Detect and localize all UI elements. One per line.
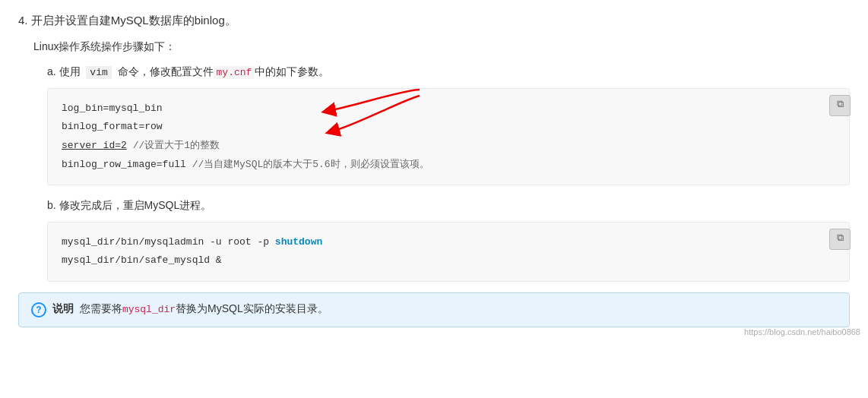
step-b: b. 修改完成后，重启MySQL进程。 mysql_dir/bin/mysqla… — [47, 196, 850, 282]
mycnf-inline: my.cnf — [214, 66, 255, 79]
watermark: https://blog.csdn.net/haibo0868 — [744, 327, 860, 336]
step-a-text-mid: 命令，修改配置文件 — [118, 65, 214, 77]
code-line-shutdown: mysql_dir/bin/mysqladmin -u root -p shut… — [62, 233, 835, 252]
linux-step-label: Linux操作系统操作步骤如下： — [33, 37, 850, 56]
code-block-1-container: log_bin=mysql_bin binlog_format=row serv… — [47, 88, 850, 186]
info-icon: ? — [31, 302, 46, 317]
step-a-suffix: 中的如下参数。 — [255, 65, 329, 77]
info-box: ? 说明 您需要将mysql_dir替换为MySQL实际的安装目录。 — [18, 292, 850, 327]
step-a: a. 使用 vim 命令，修改配置文件my.cnf中的如下参数。 log_bin… — [47, 62, 850, 185]
copy-button-1[interactable] — [829, 95, 851, 116]
info-label: 说明 — [52, 302, 74, 314]
mysql-dir-code: mysql_dir — [122, 304, 176, 315]
code-line-2: binlog_format=row — [62, 118, 835, 137]
info-text-post: 替换为MySQL实际的安装目录。 — [176, 302, 328, 314]
code-line-3: server_id=2 //设置大于1的整数 — [62, 137, 835, 156]
server-id-code: server_id=2 — [62, 140, 127, 151]
code-block-2: mysql_dir/bin/mysqladmin -u root -p shut… — [47, 222, 850, 282]
vim-inline: vim — [86, 66, 111, 79]
step-a-text-before: a. 使用 — [47, 65, 81, 77]
shutdown-keyword: shutdown — [275, 236, 322, 248]
code-line-4: binlog_row_image=full //当自建MySQL的版本大于5.6… — [62, 156, 835, 175]
page-container: 4. 开启并设置自建MySQL数据库的binlog。 Linux操作系统操作步骤… — [0, 0, 868, 341]
step-b-label: b. 修改完成后，重启MySQL进程。 — [47, 196, 850, 215]
info-text-pre: 您需要将 — [80, 302, 122, 314]
server-id-comment: //设置大于1的整数 — [127, 140, 220, 151]
code-line-1: log_bin=mysql_bin — [62, 100, 835, 118]
binlog-row-code: binlog_row_image=full — [62, 159, 186, 170]
info-content: 说明 您需要将mysql_dir替换为MySQL实际的安装目录。 — [52, 302, 328, 316]
linux-step: Linux操作系统操作步骤如下： a. 使用 vim 命令，修改配置文件my.c… — [33, 37, 850, 282]
info-text: 您需要将mysql_dir替换为MySQL实际的安装目录。 — [80, 302, 328, 314]
section-title: 4. 开启并设置自建MySQL数据库的binlog。 — [18, 14, 850, 28]
copy-button-2[interactable] — [829, 229, 851, 250]
step-a-label: a. 使用 vim 命令，修改配置文件my.cnf中的如下参数。 — [47, 62, 850, 81]
code-line-safe: mysql_dir/bin/safe_mysqld & — [62, 251, 835, 270]
shutdown-pre: mysql_dir/bin/mysqladmin -u root -p — [62, 236, 275, 248]
binlog-row-comment: //当自建MySQL的版本大于5.6时，则必须设置该项。 — [186, 159, 429, 170]
code-block-1: log_bin=mysql_bin binlog_format=row serv… — [47, 88, 850, 186]
